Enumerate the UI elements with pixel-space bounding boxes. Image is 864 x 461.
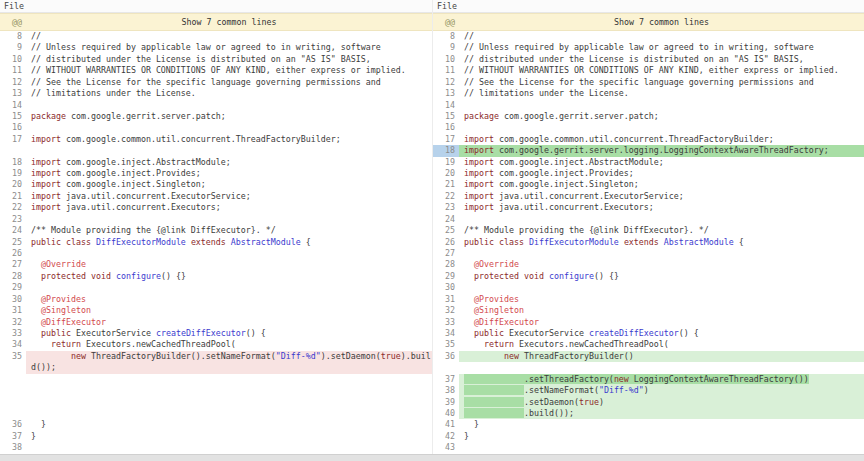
code-line: new ThreadFactoryBuilder().setNameFormat… xyxy=(26,351,432,374)
line-number[interactable]: 10 xyxy=(433,54,459,65)
diff-row: 8// xyxy=(433,31,864,42)
line-number[interactable]: 27 xyxy=(0,259,26,270)
line-number[interactable]: 21 xyxy=(433,179,459,190)
line-number[interactable]: 38 xyxy=(0,442,26,453)
code-line: // limitations under the License. xyxy=(459,88,864,99)
diff-row: 36 } xyxy=(0,419,432,430)
line-number[interactable]: 15 xyxy=(0,111,26,122)
line-number[interactable]: 15 xyxy=(433,111,459,122)
line-number[interactable]: 19 xyxy=(0,168,26,179)
line-number[interactable]: 13 xyxy=(433,88,459,99)
diff-row: 29 xyxy=(0,282,432,293)
line-number[interactable]: 40 xyxy=(433,408,459,419)
code-line: @DiffExecutor xyxy=(26,317,432,328)
diff-row: 9// Unless required by applicable law or… xyxy=(0,42,432,53)
diff-panel-left: File @@ Show 7 common lines 8//9// Unles… xyxy=(0,0,432,454)
code-line: // See the License for the specific lang… xyxy=(459,77,864,88)
line-number[interactable]: 34 xyxy=(0,339,26,350)
line-number[interactable]: 22 xyxy=(0,202,26,213)
line-number[interactable]: 22 xyxy=(433,191,459,202)
code-line: // xyxy=(459,31,864,42)
line-number[interactable]: 36 xyxy=(433,351,459,362)
diff-row: 33 @DiffExecutor xyxy=(433,317,864,328)
line-number[interactable]: 38 xyxy=(433,385,459,396)
line-number[interactable]: 21 xyxy=(0,191,26,202)
line-number[interactable]: 16 xyxy=(0,122,26,133)
line-number[interactable]: 20 xyxy=(0,179,26,190)
line-number[interactable]: 33 xyxy=(433,317,459,328)
line-number[interactable]: 19 xyxy=(433,157,459,168)
code-line xyxy=(459,282,864,293)
line-number[interactable]: 36 xyxy=(0,419,26,430)
expand-common-lines-button[interactable]: Show 7 common lines xyxy=(26,17,432,27)
line-number[interactable]: 20 xyxy=(433,168,459,179)
code-line: // Unless required by applicable law or … xyxy=(459,42,864,53)
line-number[interactable]: 8 xyxy=(0,31,26,42)
line-number[interactable]: 17 xyxy=(433,134,459,145)
line-number[interactable]: 24 xyxy=(0,225,26,236)
diff-row: 15package com.google.gerrit.server.patch… xyxy=(433,111,864,122)
code-line: import com.google.common.util.concurrent… xyxy=(26,134,432,145)
line-number[interactable]: 17 xyxy=(0,134,26,145)
line-number[interactable]: 32 xyxy=(433,305,459,316)
line-number[interactable]: 39 xyxy=(433,397,459,408)
code-line xyxy=(26,122,432,133)
line-number[interactable]: 11 xyxy=(0,65,26,76)
line-number[interactable]: 42 xyxy=(433,431,459,442)
diff-row: 10// distributed under the License is di… xyxy=(433,54,864,65)
diff-row: 34 public ExecutorService createDiffExec… xyxy=(433,328,864,339)
line-number[interactable]: 43 xyxy=(433,442,459,453)
line-number[interactable]: 13 xyxy=(0,88,26,99)
line-number[interactable]: 32 xyxy=(0,317,26,328)
line-number[interactable]: 37 xyxy=(433,374,459,385)
line-number[interactable]: 31 xyxy=(0,305,26,316)
line-number[interactable]: 37 xyxy=(0,431,26,442)
line-number[interactable]: 30 xyxy=(433,282,459,293)
line-number[interactable]: 12 xyxy=(0,77,26,88)
diff-row: 28 protected void configure() {} xyxy=(0,271,432,282)
line-number[interactable]: 14 xyxy=(433,100,459,111)
line-number[interactable]: 26 xyxy=(0,248,26,259)
line-number[interactable]: 30 xyxy=(0,294,26,305)
line-number[interactable]: 16 xyxy=(433,122,459,133)
line-number[interactable]: 31 xyxy=(433,294,459,305)
line-number[interactable]: 27 xyxy=(433,248,459,259)
line-number[interactable]: 18 xyxy=(433,145,459,156)
line-number[interactable]: 35 xyxy=(0,351,26,374)
line-number[interactable]: 23 xyxy=(433,202,459,213)
line-number[interactable]: 29 xyxy=(0,282,26,293)
diff-row: 39 .setDaemon(true) xyxy=(433,397,864,408)
line-number[interactable]: 25 xyxy=(433,225,459,236)
line-number[interactable]: 10 xyxy=(0,54,26,65)
line-number[interactable]: 18 xyxy=(0,157,26,168)
code-line: /** Module providing the {@link DiffExec… xyxy=(459,225,864,236)
expand-common-lines-button[interactable]: Show 7 common lines xyxy=(459,17,864,27)
line-number[interactable]: 8 xyxy=(433,31,459,42)
diff-row: 32 @Singleton xyxy=(433,305,864,316)
diff-row: 23import java.util.concurrent.Executors; xyxy=(433,202,864,213)
line-number[interactable]: 24 xyxy=(433,214,459,225)
line-number[interactable]: 41 xyxy=(433,419,459,430)
line-number[interactable]: 28 xyxy=(433,259,459,270)
line-number[interactable]: 9 xyxy=(433,42,459,53)
line-number[interactable]: 12 xyxy=(433,77,459,88)
diff-row: 27 @Override xyxy=(0,259,432,270)
line-number[interactable]: 34 xyxy=(433,328,459,339)
diff-row: 26public class DiffExecutorModule extend… xyxy=(433,237,864,248)
diff-row: 33 public ExecutorService createDiffExec… xyxy=(0,328,432,339)
line-number[interactable]: 9 xyxy=(0,42,26,53)
diff-row: 19import com.google.inject.AbstractModul… xyxy=(433,157,864,168)
line-number[interactable]: 28 xyxy=(0,271,26,282)
code-line: import com.google.inject.Provides; xyxy=(459,168,864,179)
line-number[interactable]: 29 xyxy=(433,271,459,282)
line-number[interactable]: 33 xyxy=(0,328,26,339)
line-number[interactable]: 23 xyxy=(0,214,26,225)
line-number[interactable]: 26 xyxy=(433,237,459,248)
code-line: return Executors.newCachedThreadPool( xyxy=(459,339,864,350)
line-number[interactable]: 25 xyxy=(0,237,26,248)
diff-row: 36 new ThreadFactoryBuilder() xyxy=(433,351,864,362)
line-number[interactable]: 11 xyxy=(433,65,459,76)
line-number[interactable]: 35 xyxy=(433,339,459,350)
line-number[interactable]: 14 xyxy=(0,100,26,111)
diff-row: 35 return Executors.newCachedThreadPool( xyxy=(433,339,864,350)
